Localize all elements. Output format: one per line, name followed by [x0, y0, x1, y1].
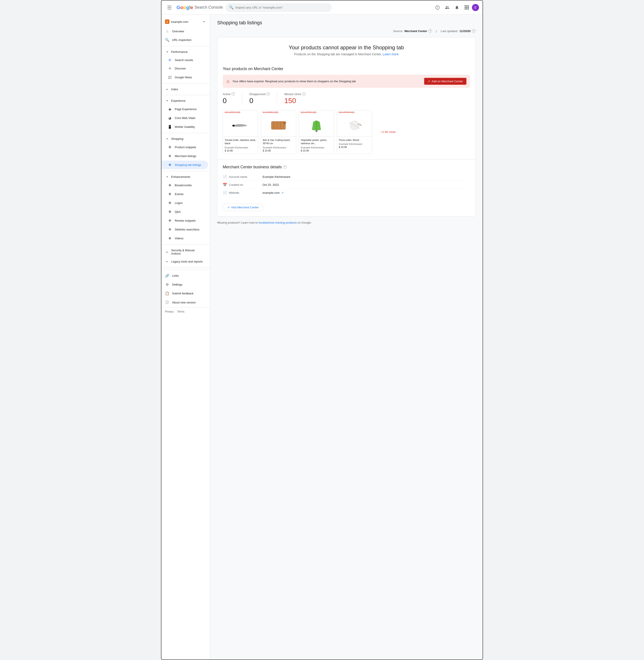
sidebar-item-settings[interactable]: ⚙ Settings: [161, 280, 208, 289]
section-label: Performance: [171, 50, 187, 53]
website-external-link[interactable]: ➚: [281, 191, 284, 195]
sidebar-section-enhancements[interactable]: ▼ Enhancements: [161, 173, 208, 181]
section-label: Experience: [171, 99, 186, 103]
sidebar-item-sitelinks-searchbox[interactable]: ❖ Sitelinks searchbox: [161, 225, 208, 234]
chevron-down-icon: ▼: [165, 176, 169, 178]
logo[interactable]: Google Search Console: [177, 5, 223, 10]
product-card-0[interactable]: DISAPPROVED Tomato knife, stainless stea…: [223, 110, 258, 154]
sidebar-item-discover[interactable]: ✳ Discover: [161, 64, 208, 73]
search-bar[interactable]: 🔍: [226, 3, 332, 12]
learn-more-link[interactable]: Learn more: [383, 52, 399, 56]
apps-button[interactable]: [462, 3, 471, 12]
logos-icon: ❖: [168, 201, 172, 205]
product-image: [223, 114, 258, 136]
sidebar-item-videos[interactable]: ❖ Videos: [161, 234, 208, 243]
sidebar-item-about-new-version[interactable]: ⓘ About new version: [161, 298, 208, 307]
sidebar-item-label: Q&A: [175, 210, 181, 213]
external-icon: ➚: [227, 206, 230, 209]
sidebar-item-label: Page Experience: [175, 108, 197, 111]
sidebar-item-submit-feedback[interactable]: 📋 Submit feedback: [161, 289, 208, 298]
hamburger-icon: [167, 6, 171, 9]
site-name: example.com: [171, 20, 202, 23]
site-selector[interactable]: e example.com ▾: [161, 17, 208, 26]
svg-rect-8: [316, 130, 317, 132]
sidebar-item-mobile-usability[interactable]: 📱 Mobile Usability: [161, 122, 208, 131]
active-help-icon[interactable]: ?: [231, 92, 235, 96]
sidebar-item-google-news[interactable]: 📰 Google News: [161, 73, 208, 82]
avatar[interactable]: E: [472, 4, 479, 11]
sidebar-item-overview[interactable]: ⌂ Overview: [161, 27, 208, 36]
sidebar-item-merchant-listings[interactable]: ❖ Merchant listings: [161, 152, 208, 160]
section-label: Security & Manual Actions: [171, 249, 205, 255]
disapproved-help-icon[interactable]: ?: [266, 92, 270, 96]
accounts-button[interactable]: [443, 3, 452, 12]
products-section-title: Your products on Merchant Center: [223, 67, 470, 71]
sidebar-section-index[interactable]: ► Index: [161, 85, 208, 93]
source-help-icon[interactable]: ?: [428, 29, 432, 33]
stat-missed-clicks: Missed clicks ? 150: [284, 92, 306, 105]
product-card-3[interactable]: DISAPPROVED Pizza cutter, Wood Example K…: [337, 110, 372, 154]
sidebar-item-breadcrumbs[interactable]: ❖ Breadcrumbs: [161, 181, 208, 189]
product-badge: DISAPPROVED: [261, 110, 296, 114]
sidebar-item-core-web-vitals[interactable]: ◕ Core Web Vitals: [161, 114, 208, 122]
sidebar-item-links[interactable]: 🔗 Links: [161, 271, 208, 280]
sidebar-item-logos[interactable]: ❖ Logos: [161, 199, 208, 207]
sidebar-item-label: Discover: [175, 67, 186, 70]
business-row-website: 📄 Website example.com ➚: [223, 189, 470, 197]
product-more-link[interactable]: +1.5K more: [375, 110, 401, 154]
business-help-icon[interactable]: ?: [283, 165, 286, 169]
feedback-icon: 📋: [165, 291, 169, 296]
sidebar-item-label: Videos: [175, 237, 184, 240]
sidebar-item-qa[interactable]: ❖ Q&A: [161, 207, 208, 216]
sidebar-item-label: Core Web Vitals: [175, 116, 195, 120]
svg-point-12: [358, 123, 361, 126]
sidebar-section-experience[interactable]: ▼ Experience: [161, 97, 208, 105]
terms-link[interactable]: Terms: [177, 310, 184, 313]
missed-clicks-value: 150: [284, 97, 306, 105]
add-on-merchant-center-button[interactable]: ➚ Add on Merchant Center: [424, 78, 466, 85]
product-name: Pizza cutter, Wood: [339, 138, 370, 142]
sidebar-section-shopping[interactable]: ▼ Shopping: [161, 135, 208, 143]
account-icon: 📄: [223, 175, 227, 179]
product-brand: Example Kitchenware: [263, 146, 294, 149]
sidebar-item-product-snippets[interactable]: ❖ Product snippets: [161, 143, 208, 152]
product-badge: DISAPPROVED: [223, 110, 258, 114]
breadcrumbs-icon: ❖: [168, 183, 172, 187]
missed-clicks-help-icon[interactable]: ?: [302, 92, 306, 96]
product-badge: DISAPPROVED: [299, 110, 334, 114]
sidebar-item-label: About new version: [172, 301, 196, 304]
add-btn-label: Add on Merchant Center: [432, 79, 463, 83]
created-on-value: Oct 25, 2022: [262, 183, 279, 186]
sidebar-item-page-experience[interactable]: ◆ Page Experience: [161, 105, 208, 113]
privacy-link[interactable]: Privacy: [165, 310, 174, 313]
sidebar-section-performance[interactable]: ▼ Performance: [161, 48, 208, 56]
sidebar-item-shopping-tab-listings[interactable]: ❖ Shopping tab listings: [161, 161, 208, 169]
product-price: $ 10.90: [301, 149, 332, 152]
sitelinks-icon: ❖: [168, 227, 172, 232]
search-input[interactable]: [235, 6, 328, 9]
sidebar-item-review-snippets[interactable]: ❖ Review snippets: [161, 216, 208, 225]
menu-button[interactable]: [165, 3, 174, 12]
visit-merchant-center-button[interactable]: ➚ Visit Merchant Center: [223, 204, 263, 211]
home-icon: ⌂: [165, 29, 169, 33]
sidebar-item-label: Merchant listings: [175, 154, 197, 158]
sidebar-item-events[interactable]: ❖ Events: [161, 190, 208, 198]
product-card-1[interactable]: DISAPPROVED Ash & Oac Cutting board, 30*…: [261, 110, 296, 154]
product-card-2[interactable]: DISAPPROVED Vegetable peeler, green, sta…: [299, 110, 334, 154]
troubleshoot-link[interactable]: troubleshoot missing products: [258, 221, 297, 224]
help-button[interactable]: ?: [433, 3, 442, 12]
notifications-button[interactable]: [453, 3, 461, 12]
sidebar-section-legacy[interactable]: ► Legacy tools and reports: [161, 258, 208, 266]
videos-icon: ❖: [168, 236, 172, 241]
content-area: Shopping tab listings Source: Merchant C…: [210, 15, 483, 660]
footer-note-suffix: on Google.: [298, 221, 312, 224]
google-logo-letters: Google: [177, 5, 193, 10]
sidebar-item-search-results[interactable]: G Search results: [161, 56, 208, 64]
product-name: Search Console: [194, 5, 223, 10]
sidebar-item-url-inspection[interactable]: 🔍 URL inspection: [161, 36, 208, 44]
sidebar-section-security[interactable]: ► Security & Manual Actions: [161, 246, 208, 257]
active-label: Active: [223, 92, 230, 96]
product-price: $ 10.90: [339, 146, 370, 149]
last-updated-help-icon[interactable]: ?: [472, 29, 476, 33]
sidebar-item-label: Review snippets: [175, 219, 196, 222]
